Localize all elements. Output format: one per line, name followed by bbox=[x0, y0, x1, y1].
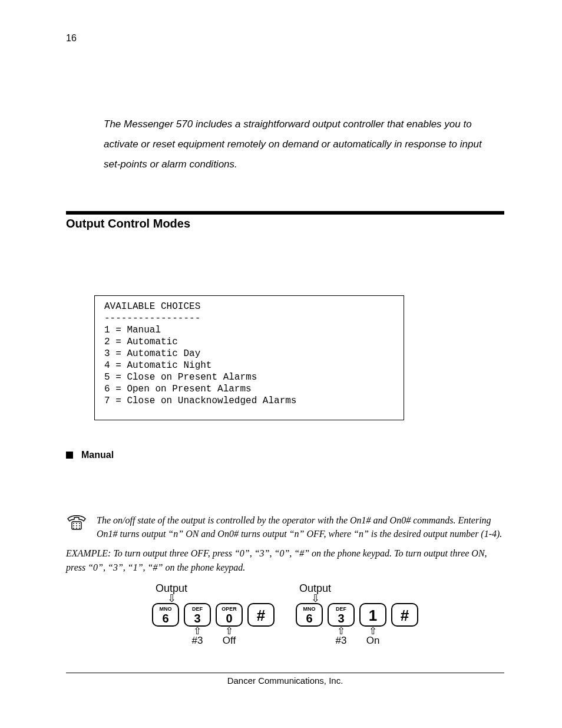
svg-point-14 bbox=[76, 525, 77, 526]
choice-1: 1 = Manual bbox=[104, 325, 161, 335]
down-arrow-icon: ⇩ bbox=[311, 595, 320, 602]
key-digit: 6 bbox=[306, 612, 312, 624]
svg-point-17 bbox=[76, 528, 77, 529]
choice-4: 4 = Automatic Night bbox=[104, 360, 211, 371]
bullet-manual: Manual bbox=[66, 450, 504, 460]
bottom-label: On bbox=[366, 635, 380, 647]
svg-point-18 bbox=[79, 528, 80, 529]
choices-divider: ----------------- bbox=[104, 313, 200, 324]
keypad-group-on: Output ⇩ MNO 6 DEF 3 1 # bbox=[296, 582, 418, 647]
choice-5: 5 = Close on Present Alarms bbox=[104, 372, 257, 383]
choice-6: 6 = Open on Present Alarms bbox=[104, 384, 252, 394]
key-hash: # bbox=[391, 603, 418, 627]
up-arrow-icon: ⇧ bbox=[225, 628, 233, 635]
key-digit: # bbox=[401, 608, 409, 623]
section-title: Output Control Modes bbox=[66, 217, 504, 230]
bullet-manual-label: Manual bbox=[81, 450, 114, 460]
key-letters: MNO bbox=[160, 607, 172, 612]
key-letters: MNO bbox=[303, 607, 316, 612]
bottom-label: #3 bbox=[192, 635, 203, 647]
section-rule bbox=[66, 211, 504, 215]
keypad-group-off: Output ⇩ MNO 6 DEF 3 OPER 0 # bbox=[152, 582, 275, 647]
key-digit: 1 bbox=[369, 608, 377, 623]
bottom-label: #3 bbox=[336, 635, 347, 647]
keypad-figure: Output ⇩ MNO 6 DEF 3 OPER 0 # bbox=[66, 582, 504, 647]
choices-header: AVAILABLE CHOICES bbox=[104, 301, 200, 312]
choice-3: 3 = Automatic Day bbox=[104, 348, 200, 359]
key-3: DEF 3 bbox=[328, 603, 355, 627]
example-paragraph: EXAMPLE: To turn output three OFF, press… bbox=[66, 546, 504, 574]
up-arrow-icon: ⇧ bbox=[193, 628, 201, 635]
footer-text: Dancer Communications, Inc. bbox=[66, 676, 504, 686]
available-choices-box: AVAILABLE CHOICES ----------------- 1 = … bbox=[94, 295, 404, 420]
bottom-label: Off bbox=[223, 635, 236, 647]
key-digit: 0 bbox=[226, 612, 232, 624]
key-6: MNO 6 bbox=[296, 603, 323, 627]
square-bullet-icon bbox=[66, 452, 73, 459]
up-arrow-icon: ⇧ bbox=[337, 628, 345, 635]
phone-paragraph: The on/off state of the output is contro… bbox=[97, 513, 504, 541]
svg-point-16 bbox=[73, 528, 74, 529]
svg-point-11 bbox=[76, 523, 77, 524]
page-footer: Dancer Communications, Inc. bbox=[66, 673, 504, 686]
key-3: DEF 3 bbox=[184, 603, 211, 627]
choice-7: 7 = Close on Unacknowledged Alarms bbox=[104, 396, 296, 406]
telephone-icon bbox=[66, 513, 87, 531]
key-digit: 6 bbox=[162, 612, 168, 624]
choice-2: 2 = Automatic bbox=[104, 337, 178, 347]
key-digit: 3 bbox=[194, 612, 200, 624]
key-hash: # bbox=[247, 603, 275, 627]
key-1: 1 bbox=[359, 603, 386, 627]
svg-point-10 bbox=[73, 523, 74, 524]
up-arrow-icon: ⇧ bbox=[369, 628, 377, 635]
key-digit: 3 bbox=[338, 612, 344, 624]
key-6: MNO 6 bbox=[152, 603, 179, 627]
svg-point-13 bbox=[73, 525, 74, 526]
svg-point-12 bbox=[79, 523, 80, 524]
key-letters: OPER bbox=[222, 607, 237, 612]
key-letters: DEF bbox=[336, 607, 346, 612]
key-letters: DEF bbox=[192, 607, 203, 612]
key-digit: # bbox=[257, 608, 265, 623]
key-0: OPER 0 bbox=[216, 603, 243, 627]
intro-paragraph: The Messenger 570 includes a straightfor… bbox=[104, 114, 492, 174]
page-number: 16 bbox=[66, 33, 504, 44]
down-arrow-icon: ⇩ bbox=[167, 595, 176, 602]
svg-point-15 bbox=[79, 525, 80, 526]
